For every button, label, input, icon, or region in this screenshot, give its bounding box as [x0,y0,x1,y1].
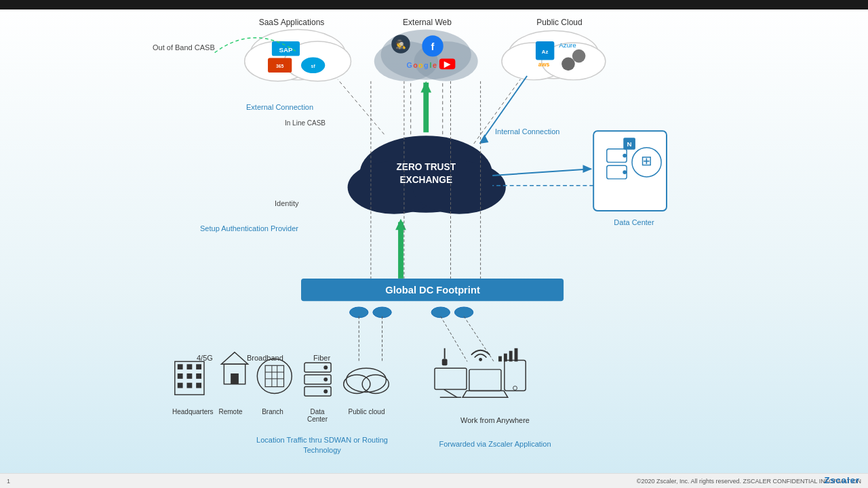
svg-text:o: o [418,61,423,69]
connectivity-broadband-label: Broadband [247,354,283,362]
svg-text:o: o [413,61,418,69]
svg-point-51 [431,307,450,318]
svg-text:Global DC Footprint: Global DC Footprint [385,285,480,296]
svg-text:365: 365 [276,64,284,68]
svg-text:f: f [431,41,435,52]
svg-point-42 [623,170,627,174]
svg-rect-82 [186,383,192,388]
forwarded-label: Forwarded via Zscaler Application [424,440,566,448]
svg-point-41 [623,154,627,158]
inline-casb-label: In Line CASB [285,119,326,127]
connectivity-4g-label: 4/5G [197,354,213,362]
svg-text:g: g [424,61,429,69]
svg-rect-78 [178,373,183,379]
svg-point-96 [323,365,328,369]
svg-rect-88 [265,365,283,386]
svg-point-32 [572,49,586,63]
dc-icon-label: Data Center [300,408,334,423]
wfa-label: Work from Anywhere [451,416,539,424]
identity-label: Identity [275,199,298,207]
svg-text:SAP: SAP [279,46,293,54]
svg-point-98 [323,390,328,394]
main-content: SAP 365 sf 🕵 f G o o g l e Az [0,9,868,473]
svg-rect-79 [186,373,192,379]
svg-point-49 [350,307,368,318]
svg-rect-112 [498,357,502,362]
location-traffic-label: Location Traffic thru SDWAN or Routing T… [251,435,393,456]
remote-label: Remote [217,408,244,415]
svg-line-57 [338,79,384,134]
svg-text:G: G [407,61,412,69]
svg-rect-114 [509,351,513,362]
svg-rect-102 [435,368,467,389]
datacenter-label: Data Center [607,218,661,226]
page-number: 1 [7,478,10,485]
svg-rect-77 [196,364,201,369]
setup-auth-label: Setup Authentication Provider [200,224,298,232]
svg-point-111 [479,358,482,361]
svg-text:sf: sf [311,64,316,68]
svg-rect-76 [186,364,192,369]
svg-marker-84 [221,352,248,365]
extweb-label: External Web [383,18,471,27]
svg-line-103 [444,390,458,398]
svg-marker-56 [420,81,431,93]
svg-marker-62 [583,165,593,173]
svg-text:Azure: Azure [559,41,576,49]
svg-point-99 [347,368,387,392]
branch-label: Branch [258,408,288,415]
oob-casb-label: Out of Band CASB [153,43,215,52]
svg-rect-86 [231,373,239,384]
svg-point-87 [257,359,292,393]
svg-text:N: N [627,140,632,148]
svg-text:l: l [430,61,432,69]
svg-point-108 [513,386,517,390]
int-connection-label: Internal Connection [495,127,559,136]
svg-point-97 [323,378,328,382]
svg-rect-105 [469,369,501,390]
svg-rect-113 [504,354,507,362]
pubcloud-label: Public Cloud [515,18,604,27]
svg-point-50 [373,307,391,318]
diagram-svg: SAP 365 sf 🕵 f G o o g l e Az [0,9,868,473]
pubcloud-icon-label: Public cloud [348,408,385,415]
svg-text:⊞: ⊞ [641,153,652,168]
bottom-bar: 1 ©2020 Zscaler, Inc. All rights reserve… [0,473,868,488]
svg-point-52 [454,307,473,318]
svg-rect-110 [442,359,448,365]
svg-text:e: e [433,61,437,69]
svg-line-61 [492,169,591,176]
svg-rect-80 [196,373,201,379]
zscaler-logo: Zscaler [824,475,860,485]
svg-point-31 [561,58,575,71]
svg-marker-54 [395,219,406,230]
saas-label: SaaS Applications [244,18,339,27]
svg-text:Az: Az [542,49,549,55]
svg-rect-115 [515,348,518,362]
svg-text:aws: aws [538,61,550,68]
svg-rect-83 [196,383,201,388]
connectivity-fiber-label: Fiber [313,354,330,362]
ext-connection-label: External Connection [246,103,313,111]
top-bar [0,0,868,9]
svg-text:ZERO TRUST: ZERO TRUST [396,162,456,172]
svg-text:EXCHANGE: EXCHANGE [399,175,452,185]
hq-label: Headquarters [172,408,202,415]
svg-text:🕵: 🕵 [395,39,406,50]
svg-rect-81 [178,383,183,388]
svg-rect-75 [178,364,183,369]
